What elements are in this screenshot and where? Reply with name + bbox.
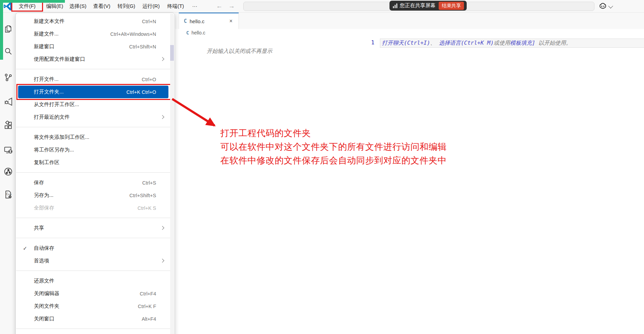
file-menu-dropdown: 新建文本文件 Ctrl+N 新建文件... Ctrl+Alt+Windows+N… <box>15 13 175 334</box>
remote-explorer-icon[interactable] <box>3 145 13 155</box>
menu-scrollbar[interactable] <box>170 14 174 334</box>
menu-item-close-editor[interactable]: 关闭编辑器 Ctrl+F4 <box>18 287 168 300</box>
menu-item-close-folder[interactable]: 关闭文件夹 Ctrl+K F <box>18 300 168 313</box>
menu-item-open-file[interactable]: 打开文件... Ctrl+O <box>18 73 168 86</box>
menu-more-icon[interactable]: ··· <box>188 0 202 12</box>
live-share-icon[interactable] <box>3 167 13 176</box>
breadcrumb-file: hello.c <box>191 30 205 35</box>
menu-item-add-folder-to-workspace[interactable]: 将文件夹添加到工作区... <box>18 131 168 144</box>
signal-bars-icon <box>393 3 397 8</box>
menu-separator <box>16 329 174 329</box>
menu-terminal[interactable]: 终端(T) <box>163 0 188 12</box>
c-file-icon: C <box>184 18 187 24</box>
vscode-window: C hello.c C hello.c 1 打开聊天(Ctrl+I)、 选择语言… <box>0 0 644 334</box>
tab-hello-c[interactable]: C hello.c <box>179 13 239 29</box>
end-share-button[interactable]: 结束共享 <box>439 2 464 10</box>
copilot-icon <box>599 2 607 11</box>
inline-chat-hint-box[interactable]: 打开聊天(Ctrl+I)、 选择语言(Ctrl+K M)或使用模板填充] 以开始… <box>380 39 644 48</box>
menu-item-revert-file[interactable]: 还原文件 <box>18 275 168 287</box>
chevron-down-icon <box>608 3 613 8</box>
line-number: 1 <box>365 39 374 46</box>
menu-separator <box>16 69 174 69</box>
menu-item-open-recent[interactable]: 打开最近的文件 <box>18 111 168 124</box>
menu-go[interactable]: 转到(G) <box>114 0 139 12</box>
sharing-status-text: 您正在共享屏幕 <box>400 2 436 9</box>
menu-view[interactable]: 查看(V) <box>90 0 114 12</box>
submenu-chevron-icon <box>160 259 164 262</box>
menu-item-new-window[interactable]: 新建窗口 Ctrl+Shift+N <box>18 40 168 53</box>
menu-item-auto-save[interactable]: 自动保存 <box>18 242 168 255</box>
submenu-chevron-icon <box>160 57 164 61</box>
menu-separator <box>16 238 174 238</box>
fill-template-link[interactable]: 模板填充] <box>510 40 535 46</box>
source-control-icon[interactable] <box>3 73 13 82</box>
editor-tab-bar: C hello.c <box>175 13 644 29</box>
menu-item-save-workspace-as[interactable]: 将工作区另存为... <box>18 144 168 156</box>
run-debug-icon[interactable] <box>3 97 13 106</box>
menu-scrollbar-thumb[interactable] <box>170 45 174 61</box>
annotation-text: 打开工程代码的文件夹 可以在软件中对这个文件夹下的所有文件进行访问和编辑 在软件… <box>220 126 447 167</box>
menu-separator <box>16 218 174 218</box>
menu-run[interactable]: 运行(R) <box>139 0 163 12</box>
cpp-tools-icon[interactable]: C++ <box>3 190 13 199</box>
menu-item-open-folder[interactable]: 打开文件夹... Ctrl+K Ctrl+O <box>18 86 168 98</box>
inline-chat-hint-text: 打开聊天(Ctrl+I)、 选择语言(Ctrl+K M)或使用模板填充] 以开始… <box>382 40 571 47</box>
menu-item-save[interactable]: 保存 Ctrl+S <box>18 176 168 189</box>
svg-text:C++: C++ <box>6 192 12 196</box>
menu-item-save-as[interactable]: 另存为... Ctrl+Shift+S <box>18 189 168 202</box>
annotation-line-2: 可以在软件中对这个文件夹下的所有文件进行访问和编辑 <box>220 140 447 154</box>
breadcrumb[interactable]: C hello.c <box>186 30 205 35</box>
explorer-icon[interactable] <box>3 24 13 34</box>
submenu-chevron-icon <box>160 115 164 119</box>
screen-share-pill: 您正在共享屏幕 结束共享 <box>389 1 467 11</box>
editor-line-1[interactable]: 1 打开聊天(Ctrl+I)、 选择语言(Ctrl+K M)或使用模板填充] 以… <box>175 39 644 48</box>
tab-close-icon[interactable] <box>228 18 234 25</box>
menu-separator <box>16 127 174 127</box>
menu-item-new-window-with-profile[interactable]: 使用配置文件新建窗口 <box>18 53 168 66</box>
choose-language-link[interactable]: 选择语言(Ctrl+K M) <box>439 40 494 46</box>
menu-item-close-window[interactable]: 关闭窗口 Alt+F4 <box>18 313 168 325</box>
hint-dismiss-text: 开始输入以关闭或不再显示 <box>207 48 272 55</box>
menu-selection[interactable]: 选择(S) <box>66 0 90 12</box>
menu-item-duplicate-workspace[interactable]: 复制工作区 <box>18 156 168 169</box>
menu-item-open-workspace-from-file[interactable]: 从文件打开工作区... <box>18 98 168 111</box>
annotation-line-1: 打开工程代码的文件夹 <box>220 126 447 140</box>
checkmark-icon <box>23 242 27 255</box>
menu-item-save-all: 全部保存 Ctrl+K S <box>18 202 168 214</box>
screen-share-border-top <box>0 0 65 3</box>
menu-item-new-file[interactable]: 新建文件... Ctrl+Alt+Windows+N <box>18 28 168 40</box>
menu-item-preferences[interactable]: 首选项 <box>18 255 168 267</box>
title-bar: 文件(F) 编辑(E) 选择(S) 查看(V) 转到(G) 运行(R) 终端(T… <box>0 0 644 13</box>
c-file-icon: C <box>186 30 189 35</box>
open-chat-link[interactable]: 打开聊天(Ctrl+I) <box>382 40 430 46</box>
menu-item-share[interactable]: 共享 <box>18 222 168 234</box>
menu-separator <box>16 172 174 173</box>
nav-forward-icon[interactable] <box>227 2 236 11</box>
activity-bar: C++ <box>0 13 16 334</box>
menu-item-new-text-file[interactable]: 新建文本文件 Ctrl+N <box>18 15 168 28</box>
menu-separator <box>16 271 174 271</box>
search-icon[interactable] <box>3 46 13 56</box>
nav-back-icon[interactable] <box>215 2 224 11</box>
annotation-line-3: 在软件中修改的文件保存后会自动同步到对应的文件夹中 <box>220 154 447 167</box>
copilot-menu[interactable] <box>599 2 612 11</box>
submenu-chevron-icon <box>160 226 164 230</box>
tab-label: hello.c <box>190 18 228 24</box>
extensions-icon[interactable] <box>3 121 13 130</box>
screen-share-border-left <box>0 0 3 60</box>
